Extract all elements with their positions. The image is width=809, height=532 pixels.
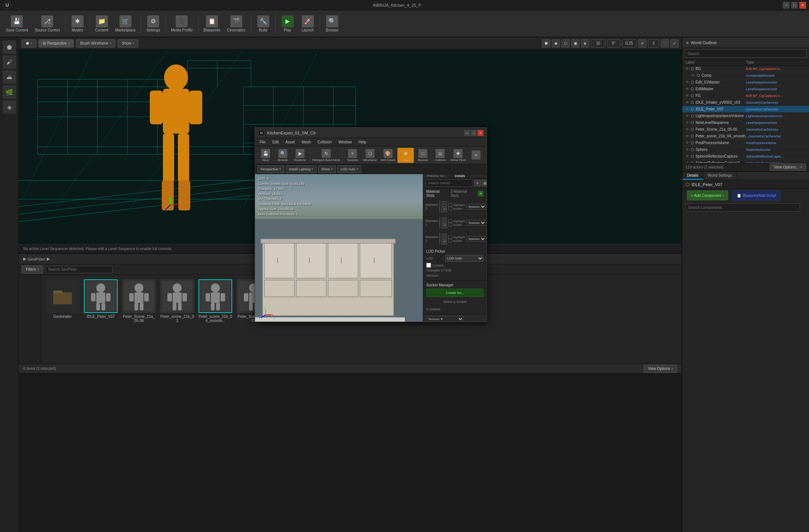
table-row[interactable]: 👁 ⬡ EditMaster LevelSequenceActor — [682, 86, 809, 92]
list-item[interactable]: Peter_scene_21b_03 — [160, 279, 194, 323]
mat-arrow-btn-0[interactable]: → — [442, 201, 447, 207]
toolbar-settings[interactable]: ⚙ Settings — [143, 14, 163, 34]
list-item[interactable]: Peter_scene_21b_04_smooth... — [199, 279, 232, 323]
tab-mesh-details[interactable]: Details — [451, 174, 469, 178]
brush-wireframe-btn[interactable]: Brush Wireframe ▾ — [76, 39, 115, 48]
toolbar-source-control[interactable]: ⎇ Source Control — [32, 14, 63, 34]
mat-arrow-btn-1[interactable]: → — [442, 218, 447, 223]
sidebar-placement-icon[interactable]: ⬟ — [3, 40, 16, 54]
highlight-check-0[interactable] — [448, 203, 452, 207]
textures-select-0[interactable]: Textures — [466, 204, 486, 210]
table-row[interactable]: 👁 ⬡ SphereReflectionCapture SphereReflec… — [682, 153, 809, 160]
scale-input[interactable] — [622, 39, 637, 48]
show-btn[interactable]: Show ▾ — [118, 39, 138, 48]
toolbar-browse[interactable]: 🔍 Browse — [322, 14, 342, 34]
dialog-maximize-button[interactable]: □ — [471, 130, 477, 136]
toolbar-build[interactable]: 🔧 Build — [254, 14, 273, 34]
dt-browse-btn[interactable]: 🔍 Browse — [275, 148, 291, 163]
isolate-check-0[interactable] — [448, 207, 452, 210]
material-sphere-0[interactable] — [439, 200, 440, 213]
highlight-check-2[interactable] — [448, 235, 452, 239]
bottom-textures-select[interactable]: Textures ▼ — [426, 316, 464, 322]
create-socket-button[interactable]: Create So... — [426, 289, 484, 297]
table-row[interactable]: 👁 ⬡ IDLE_Inhaler_sV0002_v03 GeometryCach… — [682, 99, 809, 106]
toolbar-save-current[interactable]: 💾 Save Current — [3, 14, 31, 34]
add-component-button[interactable]: + Add Component ▾ — [687, 191, 728, 200]
menu-file[interactable]: File — [257, 138, 269, 146]
dialog-close-button[interactable]: ✕ — [478, 130, 484, 136]
blueprint-button[interactable]: 📋 Blueprint/Add Script — [733, 191, 780, 200]
textures-select-2[interactable]: Textures — [466, 236, 486, 242]
details-list-view-btn[interactable]: ≡ — [474, 180, 481, 186]
mat-reset-btn-2[interactable]: ↺ — [442, 239, 447, 244]
menu-mesh[interactable]: Mesh — [299, 138, 313, 146]
toolbar-blueprints[interactable]: 📋 Blueprints — [201, 14, 223, 34]
dt-realtime-btn[interactable]: ▶ Realtime — [292, 148, 308, 163]
dt-more-btn[interactable]: » — [468, 149, 484, 161]
filters-btn[interactable]: Filters ▾ — [22, 265, 43, 274]
dialog-detail-lighting-btn[interactable]: Detail Lighting ▾ — [286, 165, 316, 173]
details-grid-view-btn[interactable]: ⊞ — [482, 180, 487, 186]
toolbar-cinematics[interactable]: 🎬 Cinematics — [224, 14, 248, 34]
view-options-btn[interactable]: View Options ▾ — [644, 365, 677, 373]
dt-show-pivot-btn[interactable]: ✚ Show Pivot — [449, 148, 467, 163]
angle-input[interactable] — [607, 39, 620, 48]
grid-size-input[interactable] — [591, 39, 606, 48]
table-row[interactable]: 👁 ⬡ IDLE_Peter_V07 GeometryCacheActor — [682, 106, 809, 113]
details-search-input[interactable] — [425, 179, 473, 187]
table-row[interactable]: 👁 ⬡ FG Edit BP_CgCaptureCo... — [682, 92, 809, 99]
content-browser-search[interactable] — [45, 266, 113, 273]
dt-grid-btn[interactable]: ⊞ Grid — [397, 148, 414, 163]
perspective-btn[interactable]: ⊞ Perspective ▾ — [39, 39, 74, 48]
menu-help[interactable]: Help — [355, 138, 369, 146]
sidebar-landscape-icon[interactable]: ⛰ — [3, 70, 16, 84]
camera-speed-input[interactable] — [648, 39, 659, 48]
mat-reset-btn-0[interactable]: ↺ — [442, 207, 447, 212]
list-item[interactable]: GeoInhaler — [46, 279, 79, 319]
outliner-view-options[interactable]: View Options... ▾ — [770, 163, 806, 171]
dt-save-btn[interactable]: 💾 Save — [257, 148, 274, 163]
table-row[interactable]: 👁 ⬡ SphereReflectionCapture2 SphereRefle… — [682, 160, 809, 163]
toolbar-media-profile[interactable]: 🎥 Media Profile — [168, 14, 196, 34]
vp-ctrl-7[interactable]: ⬛ — [661, 39, 669, 48]
material-sphere-2[interactable] — [439, 232, 440, 246]
dialog-perspective-btn[interactable]: Perspective ▾ — [257, 165, 284, 173]
vp-ctrl-6[interactable]: ≡ — [638, 39, 646, 48]
sidebar-mesh-paint-icon[interactable]: ◈ — [3, 100, 16, 114]
dt-wireframe-btn[interactable]: ⬡ Wireframe — [361, 148, 378, 163]
lod-select[interactable]: LOD Auto — [445, 255, 484, 262]
dt-bounds-btn[interactable]: □ Bounds — [415, 148, 431, 163]
table-row[interactable]: 👁 ⬡ Peter_Scene_21a_05-06 GeometryCacheA… — [682, 126, 809, 133]
vp-ctrl-3[interactable]: ⬡ — [561, 39, 570, 48]
tab-preview-so[interactable]: Preview So... — [423, 174, 451, 178]
sidebar-paint-icon[interactable]: 🖌 — [3, 55, 16, 69]
tab-world-settings[interactable]: World Settings — [703, 172, 737, 180]
textures-select-1[interactable]: Textures — [466, 220, 486, 226]
lod-custom-checkbox[interactable] — [426, 263, 431, 268]
isolate-check-1[interactable] — [448, 223, 452, 227]
material-sphere-1[interactable] — [439, 216, 440, 229]
dialog-3d-viewport[interactable]: LOD: 0 Current Screen Size: 0.981189 Tri… — [255, 174, 423, 322]
mat-arrow-btn-2[interactable]: → — [442, 234, 447, 239]
minimize-button[interactable]: ─ — [783, 2, 790, 9]
table-row[interactable]: 👁 ⬡ Sphere StaticMeshActor — [682, 146, 809, 153]
isolate-check-2[interactable] — [448, 239, 452, 243]
dt-vert-colors-btn[interactable]: 🎨 Vert Colors — [379, 148, 397, 163]
menu-asset[interactable]: Asset — [282, 138, 298, 146]
highlight-check-1[interactable] — [448, 219, 452, 223]
table-row[interactable]: 👁 ⬡ Comp CompositeElement — [682, 72, 809, 79]
vp-ctrl-2[interactable]: ◉ — [552, 39, 560, 48]
dialog-lod-btn[interactable]: LOD Auto ▾ — [337, 165, 361, 173]
table-row[interactable]: 👁 ⬡ LightmassImportanceVolume LightmassI… — [682, 113, 809, 119]
outliner-search[interactable] — [685, 49, 807, 58]
table-row[interactable]: 👁 ⬡ BG Edit BP_CgCaptureCo... — [682, 66, 809, 72]
toolbar-content[interactable]: 📁 Content — [92, 14, 112, 34]
toolbar-launch[interactable]: 🚀 Launch — [298, 14, 318, 34]
table-row[interactable]: 👁 ⬡ PostProcessVolume PostProcessVolume — [682, 140, 809, 146]
menu-window[interactable]: Window — [336, 138, 355, 146]
list-item[interactable]: IDLE_Peter_V07 — [84, 279, 118, 319]
mat-reset-btn-1[interactable]: ↺ — [442, 223, 447, 228]
toolbar-play[interactable]: ▶ Play — [278, 14, 297, 34]
dialog-show-btn[interactable]: Show ▾ — [318, 165, 336, 173]
dialog-minimize-button[interactable]: ─ — [464, 130, 470, 136]
